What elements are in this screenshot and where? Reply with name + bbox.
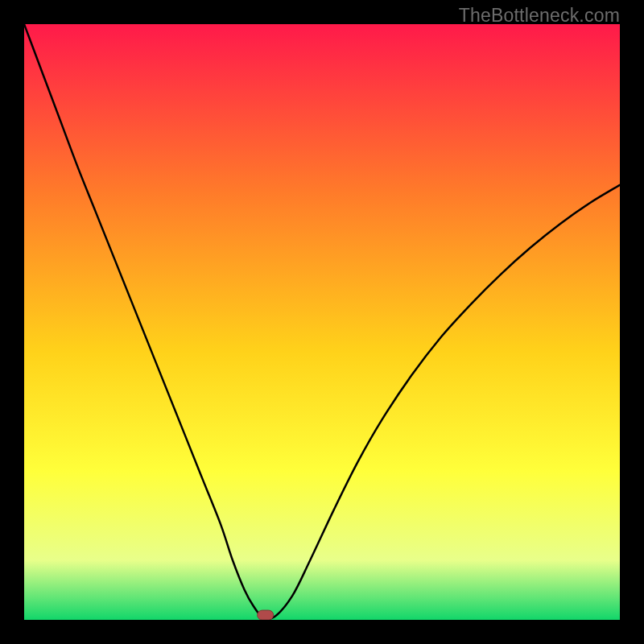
gradient-background [24,24,620,620]
bottleneck-chart [24,24,620,620]
plot-area [24,24,620,620]
chart-frame: TheBottleneck.com [0,0,644,644]
watermark-text: TheBottleneck.com [459,5,620,27]
optimum-marker [258,610,274,620]
